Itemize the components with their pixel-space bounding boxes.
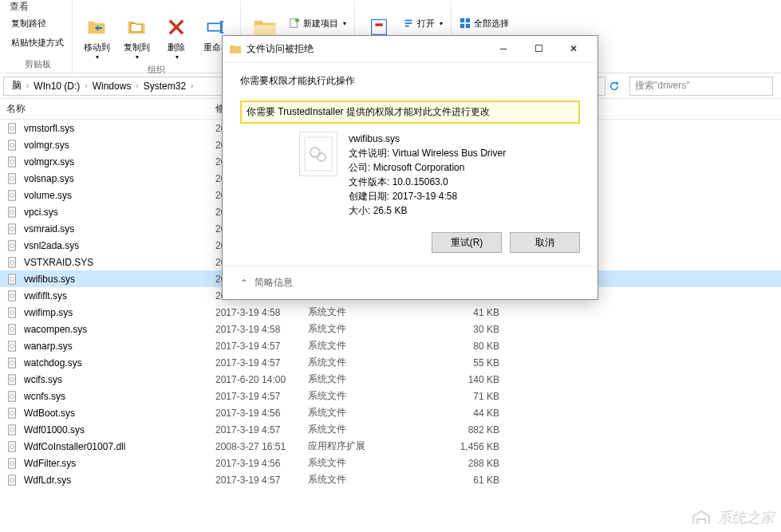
- svg-rect-0: [208, 23, 221, 30]
- chevron-down-icon: ▾: [343, 20, 346, 27]
- brief-info-toggle[interactable]: ⌃ 简略信息: [223, 266, 598, 299]
- access-denied-dialog: 文件访问被拒绝 ─ ☐ ✕ 你需要权限才能执行此操作 你需要 TrustedIn…: [222, 35, 598, 300]
- dialog-titlebar[interactable]: 文件访问被拒绝 ─ ☐ ✕: [223, 36, 598, 63]
- file-name: vsmraid.sys: [24, 223, 215, 234]
- file-row[interactable]: wcifs.sys2017-6-20 14:00系统文件140 KB: [0, 371, 781, 388]
- file-name: wcifs.sys: [24, 374, 215, 385]
- breadcrumb-item[interactable]: System32: [140, 79, 189, 93]
- file-name: VSTXRAID.SYS: [24, 257, 215, 268]
- file-size: 882 KB: [428, 424, 507, 435]
- file-type: 系统文件: [308, 406, 428, 420]
- select-all-icon: [460, 18, 471, 29]
- file-date: 2017-3-19 4:57: [215, 424, 308, 435]
- file-date: 2017-3-19 4:56: [215, 458, 308, 469]
- file-name: vwifibus.sys: [24, 274, 215, 285]
- file-row[interactable]: WdBoot.sys2017-3-19 4:56系统文件44 KB: [0, 404, 781, 421]
- file-size: 55 KB: [428, 357, 507, 368]
- file-row[interactable]: watchdog.sys2017-3-19 4:57系统文件55 KB: [0, 354, 781, 371]
- file-type: 应用程序扩展: [308, 439, 428, 453]
- file-date: 2017-3-19 4:57: [215, 475, 308, 486]
- file-icon: [6, 139, 19, 152]
- chevron-right-icon[interactable]: ›: [85, 81, 87, 90]
- file-date: 2008-3-27 16:51: [215, 441, 308, 452]
- file-row[interactable]: Wdf01000.sys2017-3-19 4:57系统文件882 KB: [0, 421, 781, 438]
- cancel-button[interactable]: 取消: [510, 232, 580, 253]
- open-button[interactable]: 打开▾: [403, 14, 443, 32]
- file-icon: [6, 273, 19, 286]
- svg-rect-6: [460, 24, 464, 28]
- refresh-button[interactable]: [605, 77, 623, 96]
- file-name: vsnl2ada.sys: [24, 240, 215, 251]
- ribbon-tab-label: 查看: [10, 0, 29, 14]
- file-size: 44 KB: [428, 408, 507, 419]
- file-size: 288 KB: [428, 458, 507, 469]
- file-icon: [6, 239, 19, 252]
- chevron-right-icon[interactable]: ›: [26, 81, 29, 90]
- file-type: 系统文件: [308, 305, 428, 319]
- file-name: vpci.sys: [24, 207, 215, 218]
- file-icon: [6, 474, 19, 487]
- svg-rect-3: [372, 20, 387, 35]
- file-type: 系统文件: [308, 423, 428, 436]
- file-name: watchdog.sys: [24, 357, 215, 368]
- minimize-button[interactable]: ─: [486, 37, 521, 61]
- file-row[interactable]: WdfLdr.sys2017-3-19 4:57系统文件61 KB: [0, 471, 781, 488]
- file-icon: [6, 357, 19, 369]
- file-row[interactable]: WdfCoInstaller01007.dll2008-3-27 16:51应用…: [0, 438, 781, 455]
- breadcrumb-item[interactable]: Windows: [89, 79, 135, 93]
- file-date: 2017-3-19 4:57: [215, 391, 308, 402]
- dialog-message: 你需要权限才能执行此操作: [240, 74, 580, 88]
- paste-shortcut-button[interactable]: 粘贴快捷方式: [11, 33, 64, 51]
- file-date: 2017-6-20 14:00: [215, 374, 308, 385]
- chevron-down-icon: ▾: [440, 20, 443, 27]
- file-name: WdfCoInstaller01007.dll: [24, 441, 215, 452]
- file-row[interactable]: wacompen.sys2017-3-19 4:58系统文件30 KB: [0, 321, 781, 337]
- file-name: WdFilter.sys: [24, 458, 215, 469]
- file-name: WdBoot.sys: [24, 408, 215, 419]
- copy-path-button[interactable]: 复制路径: [11, 14, 64, 32]
- file-icon: [6, 122, 19, 135]
- chevron-down-icon: ▾: [96, 53, 99, 61]
- open-icon: [403, 18, 414, 29]
- file-type: 系统文件: [308, 372, 428, 386]
- file-row[interactable]: wanarp.sys2017-3-19 4:57系统文件80 KB: [0, 337, 781, 354]
- file-size: 140 KB: [428, 374, 507, 385]
- file-date: 2017-3-19 4:57: [215, 341, 308, 352]
- copy-to-button[interactable]: 复制到▾: [117, 13, 156, 62]
- file-date: 2017-3-19 4:57: [215, 357, 308, 368]
- file-name: volsnap.sys: [24, 173, 215, 184]
- file-icon: [6, 373, 19, 386]
- retry-button[interactable]: 重试(R): [432, 232, 502, 253]
- chevron-down-icon: ▾: [136, 53, 139, 61]
- search-input[interactable]: 搜索"drivers": [629, 77, 773, 96]
- file-type: 系统文件: [308, 339, 428, 353]
- chevron-right-icon[interactable]: ›: [191, 81, 193, 90]
- file-type: 系统文件: [308, 322, 428, 336]
- svg-rect-5: [466, 18, 470, 22]
- file-icon: [6, 390, 19, 403]
- file-date: 2017-3-19 4:58: [215, 324, 308, 335]
- ribbon-group-organize: 移动到▾ 复制到▾ 删除▾ 重命名 组织: [73, 2, 241, 73]
- chevron-right-icon[interactable]: ›: [136, 81, 138, 90]
- column-name[interactable]: 名称: [6, 102, 215, 116]
- maximize-button[interactable]: ☐: [521, 37, 556, 61]
- file-row[interactable]: wcnfs.sys2017-3-19 4:57系统文件71 KB: [0, 388, 781, 404]
- select-all-button[interactable]: 全部选择: [460, 14, 509, 32]
- breadcrumb-item[interactable]: 脑: [9, 77, 25, 94]
- new-item-button[interactable]: 新建项目▾: [289, 14, 346, 32]
- group-label: 剪贴板: [25, 57, 51, 72]
- delete-button[interactable]: 删除▾: [157, 13, 195, 62]
- breadcrumb-item[interactable]: WIn10 (D:): [30, 79, 83, 93]
- file-icon: [6, 440, 19, 453]
- file-name: volume.sys: [24, 190, 215, 201]
- move-to-button[interactable]: 移动到▾: [77, 13, 116, 62]
- file-icon: [6, 156, 19, 168]
- file-row[interactable]: WdFilter.sys2017-3-19 4:56系统文件288 KB: [0, 455, 781, 471]
- file-row[interactable]: vwifimp.sys2017-3-19 4:58系统文件41 KB: [0, 304, 781, 321]
- file-name: vwififlt.sys: [24, 290, 215, 301]
- chevron-down-icon: ▾: [176, 53, 179, 61]
- file-icon: [6, 206, 19, 219]
- file-size: 71 KB: [428, 391, 507, 402]
- file-name: vwifibus.sys: [349, 132, 506, 146]
- close-button[interactable]: ✕: [556, 37, 591, 61]
